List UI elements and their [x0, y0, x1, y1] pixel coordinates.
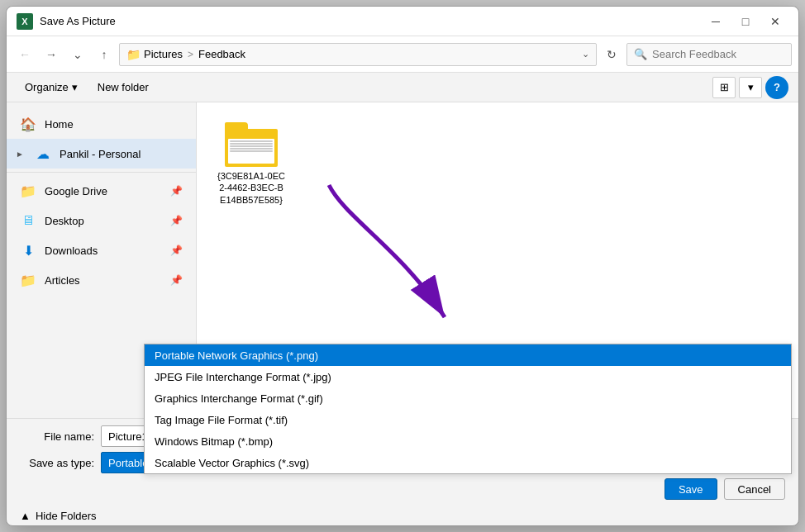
window-controls: ─ □ ✕: [703, 12, 788, 31]
dialog-title: Save As Picture: [40, 15, 703, 27]
search-input[interactable]: [652, 48, 791, 60]
sidebar-desktop-label: Desktop: [45, 215, 84, 227]
sidebar-item-google-drive[interactable]: 📁 Google Drive 📌: [7, 176, 196, 206]
savetype-label: Save as type:: [20, 457, 94, 469]
dropdown-option-svg[interactable]: Scalable Vector Graphics (*.svg): [145, 452, 791, 473]
dialog-buttons: Save Cancel: [20, 478, 785, 500]
search-box[interactable]: 🔍: [626, 43, 792, 66]
up-button[interactable]: ↑: [93, 43, 116, 66]
view-dropdown-button[interactable]: ▾: [739, 77, 762, 98]
google-drive-icon: 📁: [20, 183, 36, 199]
save-button[interactable]: Save: [664, 478, 717, 500]
hide-folders-row[interactable]: ▲ Hide Folders: [7, 506, 798, 525]
back-button[interactable]: ←: [13, 43, 36, 66]
dropdown-option-jpg[interactable]: JPEG File Interchange Format (*.jpg): [145, 366, 791, 387]
organize-arrow: ▾: [72, 81, 78, 93]
pin-icon: 📌: [170, 185, 183, 197]
maximize-button[interactable]: □: [732, 12, 759, 31]
organize-button[interactable]: Organize ▾: [17, 77, 86, 98]
refresh-button[interactable]: ↻: [600, 43, 623, 66]
toolbar: Organize ▾ New folder ⊞ ▾ ?: [7, 73, 798, 102]
downloads-icon: ⬇: [20, 243, 36, 259]
sidebar-item-home[interactable]: 🏠 Home: [7, 109, 196, 139]
address-input[interactable]: 📁 Pictures > Feedback ⌄: [119, 43, 597, 66]
home-icon: 🏠: [20, 116, 36, 132]
dropdown-option-bmp[interactable]: Windows Bitmap (*.bmp): [145, 430, 791, 452]
folder-name: {3C9E81A1-0EC2-4462-B3EC-BE14BB57E585}: [217, 170, 286, 206]
excel-icon: X: [17, 13, 33, 30]
dropdown-option-gif[interactable]: Graphics Interchange Format (*.gif): [145, 387, 791, 409]
minimize-button[interactable]: ─: [703, 12, 729, 31]
folder-preview: [228, 139, 274, 164]
folder-icon: 📁: [126, 48, 141, 61]
folder-body: [225, 129, 278, 167]
cloud-icon: ☁: [35, 146, 51, 162]
pin-icon-desktop: 📌: [170, 215, 183, 226]
address-dropdown-arrow[interactable]: ⌄: [582, 49, 589, 59]
preview-line5: [230, 150, 273, 152]
title-bar: X Save As Picture ─ □ ✕: [7, 7, 798, 36]
desktop-icon: 🖥: [20, 213, 36, 228]
dropdown-option-png[interactable]: Portable Network Graphics (*.png): [145, 344, 791, 366]
organize-label: Organize: [25, 81, 69, 93]
sidebar-divider1: [7, 172, 196, 173]
path-separator1: >: [188, 49, 193, 60]
expand-arrow: ►: [13, 150, 26, 159]
hide-folders-arrow: ▲: [20, 510, 31, 522]
pin-icon-articles: 📌: [170, 274, 183, 286]
articles-icon: 📁: [20, 273, 36, 288]
savetype-dropdown-menu: Portable Network Graphics (*.png) JPEG F…: [144, 344, 792, 474]
preview-line1: [230, 140, 273, 142]
pin-icon-downloads: 📌: [170, 245, 183, 256]
hide-folders-label: Hide Folders: [36, 510, 97, 522]
cancel-button[interactable]: Cancel: [724, 478, 785, 500]
address-bar: ← → ⌄ ↑ 📁 Pictures > Feedback ⌄ ↻ 🔍: [7, 36, 798, 73]
preview-line2: [230, 143, 273, 145]
forward-button[interactable]: →: [40, 43, 63, 66]
path-part2: Feedback: [198, 48, 245, 60]
sidebar-googledrive-label: Google Drive: [45, 185, 107, 197]
dropdown-option-tif[interactable]: Tag Image File Format (*.tif): [145, 409, 791, 430]
help-button[interactable]: ?: [765, 76, 788, 99]
preview-line4: [230, 148, 273, 150]
filename-label: File name:: [20, 430, 94, 443]
sidebar-articles-label: Articles: [45, 274, 80, 287]
sidebar-item-desktop[interactable]: 🖥 Desktop 📌: [7, 206, 196, 235]
path-part1: Pictures: [144, 48, 183, 60]
bottom-area: File name: Save as type: Portable Networ…: [7, 418, 798, 506]
save-as-picture-dialog: X Save As Picture ─ □ ✕ ← → ⌄ ↑ 📁 Pictur…: [6, 6, 799, 526]
new-folder-button[interactable]: New folder: [89, 77, 157, 98]
new-folder-label: New folder: [98, 81, 149, 93]
sidebar-pankil-label: Pankil - Personal: [60, 148, 141, 160]
sidebar-item-articles[interactable]: 📁 Articles 📌: [7, 265, 196, 295]
folder-item[interactable]: {3C9E81A1-0EC2-4462-B3EC-BE14BB57E585}: [210, 116, 293, 212]
sidebar-home-label: Home: [45, 118, 74, 131]
sidebar-item-pankil[interactable]: ► ☁ Pankil - Personal: [7, 139, 196, 169]
recent-locations-button[interactable]: ⌄: [66, 43, 89, 66]
folder-icon-wrapper: [225, 122, 278, 167]
preview-line3: [230, 145, 273, 147]
sidebar-downloads-label: Downloads: [45, 245, 98, 257]
sidebar-item-downloads[interactable]: ⬇ Downloads 📌: [7, 235, 196, 265]
excel-logo: X: [17, 13, 33, 30]
view-button[interactable]: ⊞: [712, 77, 736, 98]
close-button[interactable]: ✕: [762, 12, 788, 31]
search-icon: 🔍: [634, 48, 647, 60]
